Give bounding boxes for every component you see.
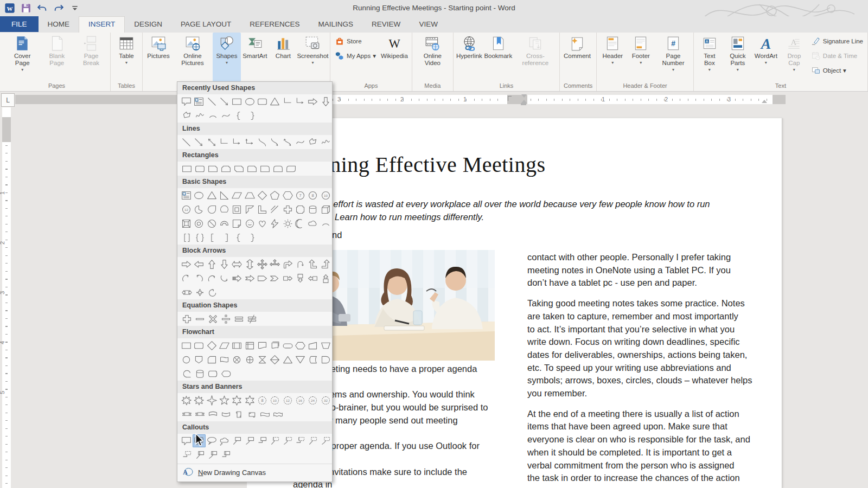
shape-left-arrow-callout[interactable]	[307, 272, 319, 285]
shape-stored-data[interactable]	[307, 353, 319, 366]
shape-star-8-point[interactable]: 8	[256, 394, 269, 407]
shape-line-callout-2-no-border[interactable]	[320, 434, 332, 447]
smartart-button[interactable]: SmartArt	[241, 33, 269, 82]
shape-arrow[interactable]	[193, 136, 205, 149]
shape-double-arrow[interactable]	[206, 136, 218, 149]
tab-selector[interactable]: L	[1, 93, 15, 107]
shape-rectangle[interactable]	[231, 95, 243, 108]
shape-multiplication[interactable]	[206, 312, 219, 325]
vertical-ruler[interactable]: 12345	[0, 107, 14, 488]
shape-star-5-point[interactable]	[218, 394, 231, 407]
shape-curved-up-ribbon[interactable]	[206, 408, 219, 421]
shape-line[interactable]	[206, 95, 218, 108]
shape-left-right-arrow[interactable]	[231, 258, 243, 271]
shape-rectangular-callout[interactable]	[180, 95, 193, 108]
shape-curve[interactable]	[219, 109, 232, 122]
shape-equal[interactable]	[232, 312, 245, 325]
column-margin-marker[interactable]	[508, 96, 512, 101]
horizontal-ruler[interactable]: L 321123	[0, 92, 868, 107]
shape-snip-single-corner-rectangle[interactable]	[206, 162, 219, 175]
quick-parts-button[interactable]: Quick Parts▾	[724, 33, 752, 82]
shape-smiley-face[interactable]	[244, 217, 256, 230]
shape-diagonal-stripe[interactable]	[269, 203, 281, 216]
shape-elbow-arrow-connector[interactable]	[231, 136, 243, 149]
shape-freeform[interactable]	[307, 136, 319, 149]
shape-can[interactable]	[307, 203, 319, 216]
shape-double-wave[interactable]	[271, 408, 284, 421]
shape-octagon[interactable]: 8	[307, 189, 319, 202]
store-button[interactable]: Store	[332, 36, 379, 47]
shape-up-arrow[interactable]	[206, 258, 218, 271]
shape-star-7-point[interactable]	[244, 394, 256, 407]
shape-pentagon[interactable]	[256, 272, 269, 285]
shape-magnetic-disk[interactable]	[193, 367, 206, 380]
shape-up-down-arrow[interactable]	[244, 258, 256, 271]
shape-trapezoid[interactable]	[244, 189, 256, 202]
shape-multidocument[interactable]	[269, 339, 281, 352]
shape-left-up-arrow[interactable]	[307, 258, 319, 271]
shape-scribble[interactable]	[193, 109, 206, 122]
shape-not-equal[interactable]	[245, 312, 258, 325]
object-button[interactable]: Object▾	[808, 65, 866, 76]
shape-line-callout-3-accent-bar[interactable]	[294, 434, 307, 447]
shape-quad-arrow[interactable]	[256, 258, 269, 271]
shape-wave[interactable]	[258, 408, 271, 421]
shape-sort[interactable]	[269, 353, 281, 366]
shape-half-frame[interactable]	[244, 203, 256, 216]
shape-elbow-connector[interactable]	[282, 95, 294, 108]
shape-curved-connector[interactable]	[256, 136, 269, 149]
shape-down-arrow[interactable]	[218, 258, 231, 271]
shape-bent-up-arrow[interactable]	[320, 258, 332, 271]
shape-line-callout-2-border-and-accent-bar[interactable]	[206, 448, 219, 461]
shape-or[interactable]	[244, 353, 256, 366]
shape-double-brace[interactable]	[193, 231, 206, 244]
new-drawing-canvas-button[interactable]: ANew Drawing Canvas	[177, 464, 332, 480]
shape-collate[interactable]	[256, 353, 269, 366]
shape-arc[interactable]	[320, 217, 332, 230]
hyperlink-button[interactable]: Hyperlink	[455, 33, 483, 82]
header-button[interactable]: Header▾	[598, 33, 627, 82]
shape-off-page-connector[interactable]	[193, 353, 205, 366]
shape-heptagon[interactable]: 7	[294, 189, 307, 202]
shape-right-arrow[interactable]	[180, 258, 193, 271]
shape-snip-same-side-corner-rectangle[interactable]	[219, 162, 232, 175]
shape-line-callout-2-accent-bar[interactable]	[282, 434, 294, 447]
shape-right-arrow[interactable]	[307, 95, 319, 108]
comment-button[interactable]: Comment	[561, 33, 593, 82]
shape-star-12-point[interactable]: 12	[282, 394, 294, 407]
right-indent-marker[interactable]	[762, 100, 767, 103]
shape-text-box[interactable]	[180, 189, 193, 202]
shape-oval[interactable]	[193, 189, 205, 202]
shape-regular-pentagon[interactable]	[269, 189, 281, 202]
shape-round-same-side-corner-rectangle[interactable]	[271, 162, 284, 175]
shape-elbow-connector[interactable]	[218, 136, 231, 149]
shape-down-arrow-callout[interactable]	[294, 272, 307, 285]
shape-lightning-bolt[interactable]	[269, 217, 281, 230]
shape-explosion-1[interactable]	[180, 394, 193, 407]
shape-curved-up-arrow[interactable]	[206, 272, 218, 285]
shape-line-callout-1-border-and-accent-bar[interactable]	[193, 448, 206, 461]
tab-mailings[interactable]: MAILINGS	[309, 16, 363, 32]
shape-text-box[interactable]	[193, 95, 205, 108]
shape-right-arrow-callout[interactable]	[282, 272, 294, 285]
wordart-button[interactable]: AWordArt▾	[752, 33, 780, 82]
shape-elbow-double-arrow-connector[interactable]	[244, 136, 256, 149]
shape-process[interactable]	[180, 339, 193, 352]
shape-dodecagon[interactable]: 12	[180, 203, 193, 216]
shape-snip-and-round-single-corner-rectangle[interactable]	[245, 162, 258, 175]
shape-curved-right-arrow[interactable]	[180, 272, 193, 285]
shape-curved-double-arrow-connector[interactable]	[282, 136, 294, 149]
shape-card[interactable]	[206, 353, 218, 366]
shape-scribble[interactable]	[320, 136, 332, 149]
shapes-button[interactable]: Shapes▾	[213, 33, 241, 82]
shape-line-callout-1[interactable]	[231, 434, 243, 447]
shape-block-arc[interactable]	[218, 217, 231, 230]
shape-rectangular-callout[interactable]	[180, 434, 193, 447]
shape-l-shape[interactable]	[256, 203, 269, 216]
shape-moon[interactable]	[294, 217, 307, 230]
tab-review[interactable]: REVIEW	[362, 16, 410, 32]
shape-division[interactable]	[219, 312, 232, 325]
shape-cube[interactable]	[320, 203, 332, 216]
shape-rounded-rectangle[interactable]	[256, 95, 269, 108]
shape-line-callout-1-accent-bar[interactable]	[269, 434, 281, 447]
